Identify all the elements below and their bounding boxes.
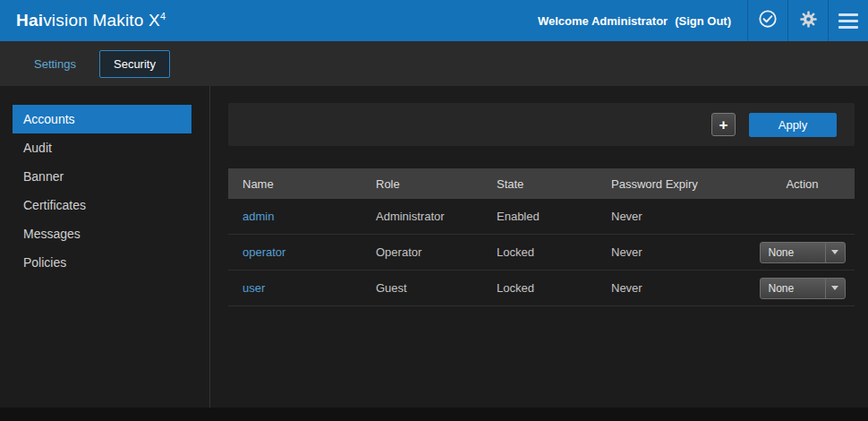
accounts-toolbar: + Apply [228,103,855,146]
tab-bar: Settings Security [0,41,868,86]
menu-button[interactable] [828,0,868,41]
column-header-role: Role [376,177,497,191]
hamburger-icon [838,13,858,29]
action-dropdown-value: None [761,246,825,259]
sidebar-item-messages[interactable]: Messages [13,219,191,248]
welcome-text: Welcome Administrator [538,14,668,28]
state-cell: Locked [497,281,611,295]
gear-icon [799,10,818,32]
sidebar-item-certificates[interactable]: Certificates [13,191,191,219]
table-header-row: Name Role State Password Expiry Action [228,168,855,199]
role-cell: Operator [376,245,497,259]
check-circle-icon [758,9,778,32]
app-window: Haivision Makito X4 Welcome Administrato… [0,0,868,421]
role-cell: Administrator [376,210,497,223]
column-header-expiry: Password Expiry [611,177,750,191]
topbar-right: Welcome Administrator (Sign Out) [538,0,868,41]
table-row: operator Operator Locked Never None [228,235,855,271]
table-row: admin Administrator Enabled Never [228,199,855,235]
action-dropdown-value: None [761,282,825,295]
column-header-action: Action [750,177,855,191]
footer-strip [0,408,868,421]
sign-out-link[interactable]: (Sign Out) [675,14,731,28]
check-circle-button[interactable] [747,0,787,41]
brand-bold: Hai [16,11,43,30]
content-panel: + Apply Name Role State Password Expiry … [228,103,855,306]
expiry-cell: Never [611,281,750,295]
action-cell: None [750,278,855,299]
account-name-link[interactable]: operator [243,245,285,259]
plus-icon: + [719,117,728,133]
settings-button[interactable] [787,0,828,41]
column-header-name: Name [228,177,376,191]
expiry-cell: Never [611,245,750,259]
expiry-cell: Never [611,210,750,223]
brand-rest: vision Makito X [43,11,160,30]
action-dropdown[interactable]: None [760,278,846,299]
column-header-state: State [497,177,611,191]
brand-logo: Haivision Makito X4 [16,11,166,30]
tab-security[interactable]: Security [99,50,170,78]
brand-sup: 4 [160,11,166,21]
role-cell: Guest [376,281,497,295]
account-name-link[interactable]: user [243,281,265,295]
accounts-table: Name Role State Password Expiry Action a… [228,168,855,306]
apply-button[interactable]: Apply [749,113,837,137]
sidebar-divider [209,86,210,408]
sidebar-item-policies[interactable]: Policies [13,248,191,277]
chevron-down-icon [825,243,845,262]
sidebar-item-banner[interactable]: Banner [13,162,191,191]
table-row: user Guest Locked Never None [228,271,855,306]
chevron-down-icon [825,279,845,298]
action-dropdown[interactable]: None [760,242,846,263]
main-area: Accounts Audit Banner Certificates Messa… [0,86,868,408]
state-cell: Enabled [497,210,611,223]
state-cell: Locked [497,245,611,259]
top-bar: Haivision Makito X4 Welcome Administrato… [0,0,868,41]
account-name-link[interactable]: admin [243,210,274,223]
add-account-button[interactable]: + [711,113,736,136]
sidebar: Accounts Audit Banner Certificates Messa… [13,105,191,277]
tab-settings[interactable]: Settings [20,50,90,78]
sidebar-item-accounts[interactable]: Accounts [13,105,191,133]
action-cell: None [750,242,855,263]
sidebar-item-audit[interactable]: Audit [13,133,191,162]
